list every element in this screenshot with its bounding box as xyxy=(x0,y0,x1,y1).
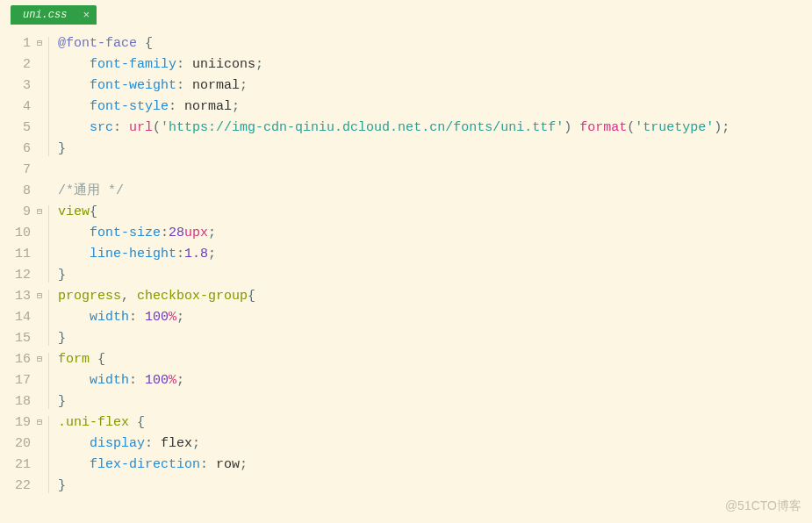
code-line[interactable]: } xyxy=(58,265,812,286)
line-number: 7 xyxy=(0,160,33,181)
code-line[interactable]: /*通用 */ xyxy=(58,181,812,202)
close-icon[interactable]: × xyxy=(83,9,90,22)
indent-guide xyxy=(48,205,49,283)
line-number: 4 xyxy=(0,97,33,118)
line-number: 14 xyxy=(0,307,33,328)
line-number: 1 xyxy=(0,33,33,54)
code-line[interactable]: .uni-flex { xyxy=(58,412,812,433)
fold-toggle-icon[interactable]: ⊟ xyxy=(33,286,46,307)
fold-empty xyxy=(33,118,46,139)
fold-empty xyxy=(33,181,46,202)
code-line[interactable] xyxy=(58,160,812,181)
line-number: 15 xyxy=(0,328,33,349)
code-line[interactable]: line-height:1.8; xyxy=(58,244,812,265)
fold-column: ⊟⊟⊟⊟⊟ xyxy=(33,33,46,497)
code-column: @font-face { font-family: uniicons; font… xyxy=(54,33,812,497)
fold-empty xyxy=(33,265,46,286)
fold-empty xyxy=(33,433,46,455)
fold-empty xyxy=(33,307,46,328)
fold-empty xyxy=(33,476,46,497)
indent-guide xyxy=(48,37,49,156)
tab-bar: uni.css × xyxy=(0,0,812,28)
code-line[interactable]: view{ xyxy=(58,202,812,223)
fold-toggle-icon[interactable]: ⊟ xyxy=(33,202,46,223)
fold-toggle-icon[interactable]: ⊟ xyxy=(33,33,46,54)
fold-empty xyxy=(33,97,46,118)
code-line[interactable]: } xyxy=(58,139,812,160)
indent-guide xyxy=(48,290,49,346)
line-number: 6 xyxy=(0,139,33,160)
line-number: 21 xyxy=(0,455,33,476)
fold-empty xyxy=(33,54,46,75)
line-number: 11 xyxy=(0,244,33,265)
line-number: 20 xyxy=(0,433,33,455)
fold-empty xyxy=(33,160,46,181)
code-line[interactable]: src: url('https://img-cdn-qiniu.dcloud.n… xyxy=(58,118,812,139)
code-editor[interactable]: 12345678910111213141516171819202122 ⊟⊟⊟⊟… xyxy=(0,28,812,497)
line-number: 22 xyxy=(0,476,33,497)
fold-empty xyxy=(33,328,46,349)
indent-guide-column xyxy=(46,33,54,497)
indent-guide xyxy=(48,416,49,493)
code-line[interactable]: font-weight: normal; xyxy=(58,75,812,97)
watermark: @51CTO博客 xyxy=(725,498,801,514)
fold-empty xyxy=(33,391,46,412)
code-line[interactable]: } xyxy=(58,391,812,412)
code-line[interactable]: } xyxy=(58,328,812,349)
code-line[interactable]: font-style: normal; xyxy=(58,97,812,118)
line-number: 5 xyxy=(0,118,33,139)
fold-empty xyxy=(33,223,46,244)
code-line[interactable]: } xyxy=(58,476,812,497)
code-line[interactable]: @font-face { xyxy=(58,33,812,54)
code-line[interactable]: width: 100%; xyxy=(58,307,812,328)
line-number: 10 xyxy=(0,223,33,244)
line-number: 8 xyxy=(0,181,33,202)
code-line[interactable]: flex-direction: row; xyxy=(58,455,812,476)
code-line[interactable]: font-size:28upx; xyxy=(58,223,812,244)
fold-empty xyxy=(33,75,46,97)
indent-guide xyxy=(48,353,49,409)
line-number: 12 xyxy=(0,265,33,286)
line-number: 9 xyxy=(0,202,33,223)
code-line[interactable]: progress, checkbox-group{ xyxy=(58,286,812,307)
fold-empty xyxy=(33,370,46,391)
fold-toggle-icon[interactable]: ⊟ xyxy=(33,349,46,370)
line-number: 16 xyxy=(0,349,33,370)
line-number: 17 xyxy=(0,370,33,391)
line-gutter: 12345678910111213141516171819202122 xyxy=(0,33,33,497)
code-line[interactable]: width: 100%; xyxy=(58,370,812,391)
fold-empty xyxy=(33,244,46,265)
file-tab[interactable]: uni.css × xyxy=(11,5,97,25)
line-number: 3 xyxy=(0,75,33,97)
code-line[interactable]: font-family: uniicons; xyxy=(58,54,812,75)
fold-toggle-icon[interactable]: ⊟ xyxy=(33,412,46,433)
code-line[interactable]: display: flex; xyxy=(58,433,812,455)
line-number: 19 xyxy=(0,412,33,433)
line-number: 2 xyxy=(0,54,33,75)
line-number: 13 xyxy=(0,286,33,307)
code-line[interactable]: form { xyxy=(58,349,812,370)
line-number: 18 xyxy=(0,391,33,412)
fold-empty xyxy=(33,139,46,160)
tab-filename: uni.css xyxy=(23,9,67,21)
fold-empty xyxy=(33,455,46,476)
